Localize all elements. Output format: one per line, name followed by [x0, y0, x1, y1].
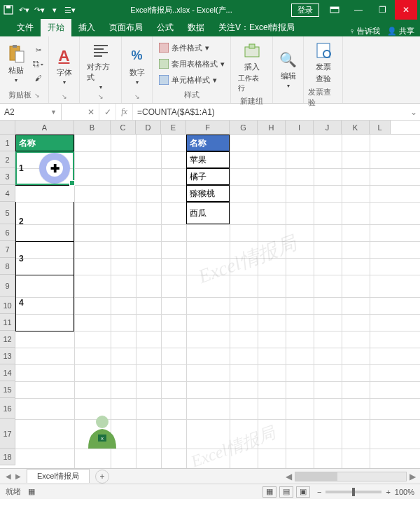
row-header[interactable]: 9	[0, 275, 15, 297]
row-header[interactable]: 8	[0, 258, 15, 275]
tab-home[interactable]: 开始	[41, 19, 71, 36]
cell[interactable]: 4	[15, 275, 74, 331]
scroll-right-icon[interactable]: ▶	[410, 472, 416, 481]
col-header[interactable]: I	[286, 121, 314, 134]
zoom-value[interactable]: 100%	[395, 488, 414, 496]
add-sheet-button[interactable]: +	[95, 470, 109, 484]
invoice-check-button[interactable]: 发票查验	[311, 39, 336, 86]
row-header[interactable]: 4	[0, 185, 15, 202]
number-format-button[interactable]: %数字▾	[125, 45, 150, 87]
col-header[interactable]: H	[258, 121, 286, 134]
horizontal-scrollbar[interactable]	[295, 472, 407, 481]
touch-mode-icon[interactable]: ☰▾	[64, 4, 76, 15]
group-styles: 条件格式▾ 套用表格格式▾ 单元格样式▾ 样式	[153, 36, 231, 103]
minimize-icon[interactable]: —	[347, 0, 370, 20]
row-header[interactable]: 10	[0, 297, 15, 314]
font-button[interactable]: A字体▾	[52, 45, 77, 87]
tab-formulas[interactable]: 公式	[150, 19, 181, 36]
alignment-button[interactable]: 对齐方式▾	[84, 39, 117, 92]
cell[interactable]: 苹果	[186, 151, 230, 168]
ribbon-options-icon[interactable]	[323, 0, 346, 20]
qat-more-icon[interactable]: ▾	[49, 4, 60, 15]
formula-input[interactable]: =COUNTA($A$1:A1)	[133, 104, 407, 120]
row-header[interactable]: 11	[0, 314, 15, 331]
zoom-out-icon[interactable]: −	[317, 488, 321, 496]
paste-button[interactable]: 粘贴▾	[4, 43, 29, 85]
col-header[interactable]: E	[161, 121, 186, 134]
save-icon[interactable]	[3, 4, 14, 15]
scroll-left-icon[interactable]: ◀	[286, 472, 292, 481]
tab-layout[interactable]: 页面布局	[102, 19, 150, 36]
col-header[interactable]: A	[15, 121, 74, 134]
cell[interactable]: 名称	[186, 135, 230, 151]
redo-icon[interactable]: ↷▾	[34, 4, 45, 15]
dialog-launcher-icon[interactable]: ↘	[98, 93, 104, 100]
fx-icon[interactable]: fx	[116, 104, 133, 120]
zoom-in-icon[interactable]: +	[386, 488, 390, 496]
copy-icon[interactable]: ⿻▾	[31, 57, 46, 70]
row-header[interactable]: 13	[0, 348, 15, 364]
row-header[interactable]: 14	[0, 364, 15, 381]
cell[interactable]: 名称	[15, 135, 74, 151]
cell[interactable]: 2	[15, 202, 74, 241]
confirm-formula-icon[interactable]: ✓	[99, 104, 116, 120]
col-header[interactable]: K	[342, 121, 370, 134]
format-as-table-button[interactable]: 套用表格格式▾	[158, 58, 226, 70]
share-button[interactable]: 👤 共享	[387, 26, 414, 36]
cell-styles-button[interactable]: 单元格样式▾	[158, 74, 218, 86]
col-header[interactable]: L	[370, 121, 391, 134]
view-layout-icon[interactable]: ▤	[279, 486, 293, 498]
tab-insert[interactable]: 插入	[71, 19, 102, 36]
view-pagebreak-icon[interactable]: ▣	[296, 486, 310, 498]
cell[interactable]: 西瓜	[186, 202, 230, 224]
col-header[interactable]: J	[314, 121, 342, 134]
col-header[interactable]: B	[74, 121, 111, 134]
sheet-nav-prev-icon[interactable]: ◀	[4, 472, 13, 480]
col-header[interactable]: C	[111, 121, 136, 134]
row-header[interactable]: 1	[0, 135, 15, 151]
tellme-button[interactable]: ♀ 告诉我	[349, 26, 380, 36]
view-normal-icon[interactable]: ▦	[262, 486, 276, 498]
col-header[interactable]: G	[230, 121, 258, 134]
row-header[interactable]: 15	[0, 381, 15, 398]
sheet-tab[interactable]: Excel情报局	[27, 469, 90, 483]
col-header[interactable]: D	[136, 121, 161, 134]
dialog-launcher-icon[interactable]: ↘	[134, 93, 140, 100]
expand-formula-icon[interactable]: ⌄	[407, 104, 420, 120]
col-header[interactable]: F	[186, 121, 230, 134]
close-icon[interactable]: ✕	[395, 0, 417, 20]
cancel-formula-icon[interactable]: ✕	[83, 104, 99, 120]
dialog-launcher-icon[interactable]: ↘	[34, 92, 40, 99]
row-header[interactable]: 2	[0, 151, 15, 168]
row-header[interactable]: 16	[0, 398, 15, 419]
zoom-slider[interactable]	[326, 491, 382, 493]
cell[interactable]: 猕猴桃	[186, 185, 230, 202]
tab-follow[interactable]: 关注V：Excel情报局	[211, 19, 302, 36]
tab-data[interactable]: 数据	[181, 19, 211, 36]
format-painter-icon[interactable]: 🖌	[31, 71, 46, 84]
edit-button[interactable]: 🔍编辑▾	[276, 48, 301, 90]
macro-record-icon[interactable]: ▦	[28, 487, 35, 496]
undo-icon[interactable]: ↶▾	[18, 4, 29, 15]
conditional-format-button[interactable]: 条件格式▾	[158, 42, 211, 54]
group-invoice: 发票查验 发票查验	[304, 36, 343, 103]
row-header[interactable]: 12	[0, 331, 15, 348]
select-all-corner[interactable]	[0, 121, 15, 134]
sheet-nav-next-icon[interactable]: ▶	[14, 472, 22, 480]
tab-file[interactable]: 文件	[10, 19, 41, 36]
insert-cells-button[interactable]: 插入工作表行	[235, 39, 268, 95]
login-button[interactable]: 登录	[291, 4, 319, 17]
row-header[interactable]: 7	[0, 241, 15, 258]
cell[interactable]: 3	[15, 241, 74, 275]
spreadsheet-grid[interactable]: A B C D E F G H I J K L 1 2 3 4 5 6 7 8 …	[0, 121, 420, 468]
row-header[interactable]: 18	[0, 449, 15, 465]
name-box[interactable]: A2▼	[0, 104, 62, 120]
row-header[interactable]: 3	[0, 168, 15, 185]
restore-icon[interactable]: ❐	[371, 0, 393, 20]
cut-icon[interactable]: ✂	[31, 43, 46, 56]
dialog-launcher-icon[interactable]: ↘	[62, 93, 67, 100]
cell[interactable]: 橘子	[186, 168, 230, 185]
row-header[interactable]: 6	[0, 224, 15, 241]
row-header[interactable]: 5	[0, 202, 15, 224]
row-header[interactable]: 17	[0, 419, 15, 449]
